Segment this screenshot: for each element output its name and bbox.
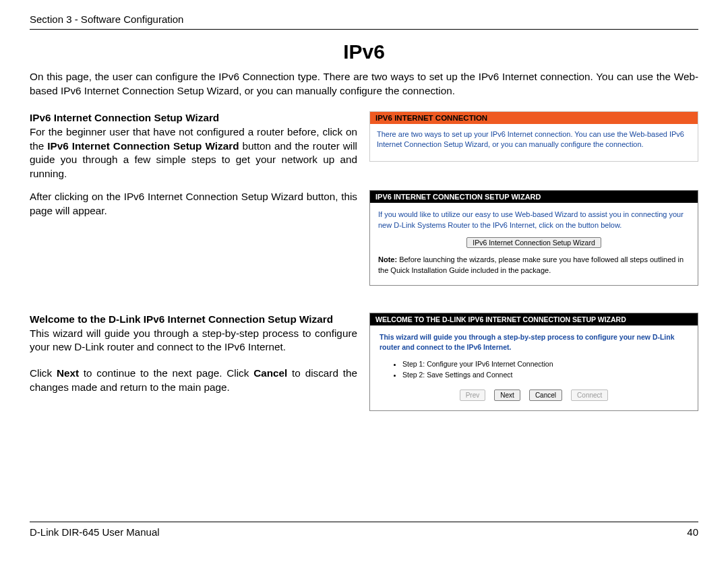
wizard-step-1: Step 1: Configure your IPv6 Internet Con… — [402, 359, 688, 369]
cancel-button[interactable]: Cancel — [529, 389, 562, 401]
welcome-cancel: Cancel — [253, 367, 287, 379]
wizard-button-row: Prev Next Cancel Connect — [380, 389, 688, 401]
welcome-p1: This wizard will guide you through a ste… — [30, 327, 357, 353]
header-rule — [30, 29, 698, 30]
next-button[interactable]: Next — [494, 389, 520, 401]
panel2-body-text: If you would like to utilize our easy to… — [378, 210, 690, 230]
welcome-p2b: to continue to the next page. Click — [79, 367, 253, 379]
footer-left: D-Link DIR-645 User Manual — [30, 526, 160, 538]
wizard-p1-bold: IPv6 Internet Connection Setup Wizard — [47, 140, 239, 152]
panel3-intro: This wizard will guide you through a ste… — [380, 332, 688, 352]
panel1-body: There are two ways to set up your IPv6 I… — [370, 124, 698, 161]
welcome-next: Next — [57, 367, 79, 379]
panel1-header: IPV6 INTERNET CONNECTION — [370, 112, 698, 124]
panel-wizard: IPV6 INTERNET CONNECTION SETUP WIZARD If… — [369, 190, 698, 286]
wizard-para-2: After clicking on the IPv6 Internet Conn… — [30, 190, 357, 218]
welcome-block: Welcome to the D-Link IPv6 Internet Conn… — [30, 313, 357, 354]
page-footer: D-Link DIR-645 User Manual 40 — [30, 522, 698, 538]
connect-button[interactable]: Connect — [571, 389, 608, 401]
note-body: Before launching the wizards, please mak… — [378, 255, 684, 274]
panel2-note: Note: Before launching the wizards, plea… — [378, 255, 690, 276]
welcome-p2a: Click — [30, 367, 57, 379]
wizard-steps-list: Step 1: Configure your IPv6 Internet Con… — [402, 359, 688, 379]
page-title: IPv6 — [30, 40, 698, 63]
welcome-p2: Click Next to continue to the next page.… — [30, 367, 357, 394]
prev-button[interactable]: Prev — [460, 389, 486, 401]
section-header: Section 3 - Software Configuration — [30, 13, 698, 25]
wizard-para-1: IPv6 Internet Connection Setup Wizard Fo… — [30, 111, 357, 181]
wizard-heading: IPv6 Internet Connection Setup Wizard — [30, 112, 219, 123]
panel2-header: IPV6 INTERNET CONNECTION SETUP WIZARD — [370, 191, 698, 203]
wizard-step-2: Step 2: Save Settings and Connect — [402, 370, 688, 380]
welcome-heading: Welcome to the D-Link IPv6 Internet Conn… — [30, 313, 333, 325]
panel3-header: WELCOME TO THE D-LINK IPV6 INTERNET CONN… — [370, 313, 698, 325]
intro-paragraph: On this page, the user can configure the… — [30, 70, 698, 98]
panel-ipv6-connection: IPV6 INTERNET CONNECTION There are two w… — [369, 111, 698, 162]
note-label: Note: — [378, 255, 397, 263]
ipv6-wizard-button[interactable]: IPv6 Internet Connection Setup Wizard — [466, 237, 601, 248]
panel-welcome-wizard: WELCOME TO THE D-LINK IPV6 INTERNET CONN… — [369, 313, 698, 411]
footer-page: 40 — [687, 526, 698, 538]
